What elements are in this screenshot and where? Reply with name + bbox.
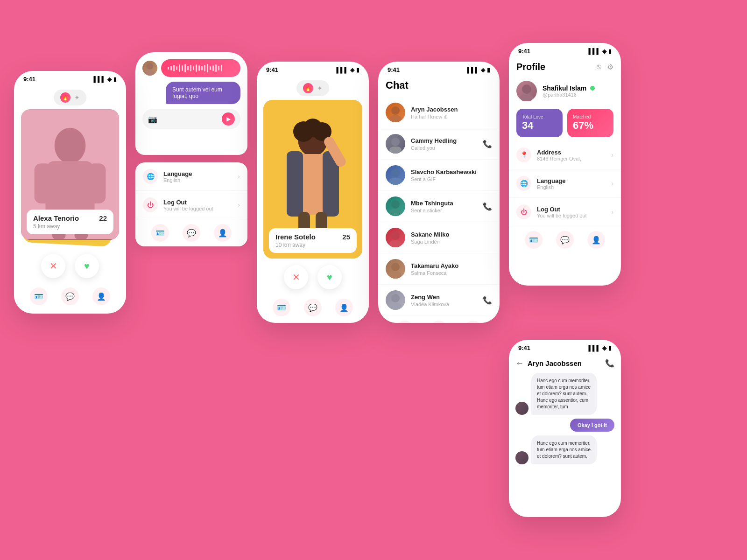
mode-toggle-3[interactable]: 🔥 ✦ (296, 80, 329, 96)
svg-point-22 (391, 138, 400, 146)
call-icon-cammy: 📞 (483, 140, 492, 148)
bottom-nav-settings: 🪪 💬 👤 (135, 219, 247, 246)
bottom-nav-4: 🪪 💬 👤 (378, 316, 500, 323)
chat-item-cammy[interactable]: Cammy Hedling Called you 📞 (378, 128, 500, 160)
svg-rect-27 (389, 209, 402, 216)
svg-point-24 (391, 169, 400, 177)
chat-item-takamaru[interactable]: Takamaru Ayako Salma Fonseca (378, 253, 500, 285)
dislike-button-3[interactable]: ✕ (284, 265, 308, 289)
chat-input-row[interactable]: 📷 ▶ (142, 109, 240, 129)
chat-item-mbe[interactable]: Mbe Tshinguta Sent a sticker 📞 (378, 191, 500, 222)
nav-profile-s[interactable]: 👤 (214, 224, 232, 242)
status-bar-5: 9:41 ▌▌▌ ◈ ▮ (509, 43, 621, 57)
battery-icon-5: ▮ (608, 48, 612, 55)
call-button[interactable]: 📞 (605, 359, 614, 368)
signal-icon: ▌▌▌ (93, 76, 106, 83)
svg-rect-33 (389, 303, 402, 310)
profile-handle: @partha31416 (543, 92, 595, 98)
sender-avatar (142, 61, 157, 76)
nav-chat-4[interactable]: 💬 (430, 321, 448, 323)
wifi-icon-6: ◈ (602, 345, 606, 351)
language-sub: English (163, 177, 232, 183)
nav-card-4[interactable]: 🪪 (396, 321, 414, 323)
language-icon: 🌐 (143, 169, 158, 184)
action-buttons-3: ✕ ♥ (257, 265, 369, 289)
svg-point-26 (391, 200, 400, 209)
nav-chat-5[interactable]: 💬 (556, 231, 574, 249)
stat-total-love: Total Love 34 (516, 109, 563, 137)
signal-icon-4: ▌▌▌ (467, 67, 479, 73)
card-front[interactable]: 22 Alexa Tenorio 5 km away (21, 109, 119, 240)
call-icon-mbe: 📞 (483, 202, 492, 211)
chat-header: ← Aryn Jacobssen 📞 (509, 354, 621, 373)
fire-icon-3: 🔥 (303, 83, 313, 93)
status-bar-3: 9:41 ▌▌▌ ◈ ▮ (257, 62, 369, 76)
chat-item-slavcho[interactable]: Slavcho Karbashewski Sent a GIF (378, 160, 500, 191)
chat-item-sakane[interactable]: Sakane Miiko Saga Lindén (378, 222, 500, 253)
phone-chat-partial: Sunt autem vel eum fugiat, quo 📷 ▶ (135, 52, 247, 155)
msg-row-received-1: Hanc ego cum memoriter, tum etiam erga n… (509, 373, 621, 415)
action-buttons: ✕ ♥ (14, 254, 126, 278)
card-info: 22 Alexa Tenorio 5 km away (27, 210, 113, 234)
profile-action-icons: ⎋ ⚙ (597, 63, 613, 71)
back-button[interactable]: ← (515, 358, 524, 368)
dislike-button[interactable]: ✕ (41, 254, 65, 278)
share-icon[interactable]: ⎋ (597, 63, 601, 71)
msg-row-sent-ok: Okay I got it (509, 419, 621, 432)
like-button-3[interactable]: ♥ (317, 265, 342, 289)
nav-profile-5[interactable]: 👤 (587, 231, 605, 249)
card-age: 22 (99, 214, 107, 222)
svg-rect-25 (389, 178, 402, 185)
send-button[interactable]: ▶ (222, 112, 235, 126)
profile-item-address[interactable]: 📍 Address 8146 Reinger Oval, › (509, 141, 621, 169)
chat-info-mbe: Mbe Tshinguta Sent a sticker (411, 200, 477, 213)
chat-info-zeng: Zeng Wen Vladéa Klimková (411, 294, 477, 307)
battery-icon-4: ▮ (487, 67, 490, 73)
profile-item-logout[interactable]: ⏻ Log Out You will be logged out › (509, 198, 621, 226)
nav-card-3[interactable]: 🪪 (273, 299, 290, 316)
nav-card-5[interactable]: 🪪 (525, 231, 543, 249)
star-icon: ✦ (74, 94, 80, 101)
chat-info-takamaru: Takamaru Ayako Salma Fonseca (411, 262, 492, 276)
chat-item-zeng[interactable]: Zeng Wen Vladéa Klimková 📞 (378, 285, 500, 316)
bottom-nav-1: 🪪 💬 👤 (14, 283, 126, 310)
svg-rect-21 (389, 115, 402, 122)
chat-item-aryn[interactable]: Aryn Jacobssen Ha ha! I knew it! (378, 97, 500, 128)
arrow-address: › (611, 151, 613, 159)
nav-profile-3[interactable]: 👤 (335, 299, 353, 316)
mode-toggle[interactable]: 🔥 ✦ (54, 90, 86, 105)
msg-row-received-2: Hanc ego cum memoriter, tum etiam erga n… (509, 435, 621, 464)
nav-profile-1[interactable]: 👤 (92, 287, 110, 305)
battery-icon-3: ▮ (356, 67, 359, 73)
time-3: 9:41 (266, 66, 278, 73)
svg-rect-15 (287, 151, 303, 217)
status-bar-4: 9:41 ▌▌▌ ◈ ▮ (378, 62, 500, 76)
like-button[interactable]: ♥ (75, 254, 99, 278)
nav-card-s[interactable]: 🪪 (151, 224, 169, 242)
status-bar-6: 9:41 ▌▌▌ ◈ ▮ (509, 340, 621, 354)
svg-point-1 (55, 128, 86, 163)
battery-icon-6: ▮ (608, 345, 612, 351)
nav-profile-4[interactable]: 👤 (464, 321, 482, 323)
time-6: 9:41 (518, 344, 530, 351)
stat-matched: Matched 67% (567, 109, 613, 137)
card-name-3: Irene Sotelo (275, 233, 350, 241)
nav-chat-s[interactable]: 💬 (183, 224, 200, 242)
stats-row: Total Love 34 Matched 67% (509, 105, 621, 141)
svg-rect-8 (145, 70, 155, 76)
nav-chat-3[interactable]: 💬 (304, 299, 322, 316)
profile-user-info: Shafikul Islam @partha31416 (543, 84, 595, 98)
avatar-mbe (386, 196, 405, 216)
profile-item-language[interactable]: 🌐 Language English › (509, 169, 621, 198)
settings-icon[interactable]: ⚙ (607, 63, 613, 71)
svg-rect-31 (389, 272, 402, 279)
audio-message[interactable] (161, 59, 240, 77)
settings-item-logout[interactable]: ⏻ Log Out You will be logged out › (135, 191, 247, 219)
status-icons-5: ▌▌▌ ◈ ▮ (588, 48, 612, 55)
phone-chat-conversation: 9:41 ▌▌▌ ◈ ▮ ← Aryn Jacobssen 📞 Hanc ego… (509, 340, 621, 517)
settings-item-language[interactable]: 🌐 Language English › (135, 162, 247, 191)
nav-card-1[interactable]: 🪪 (30, 287, 48, 305)
nav-chat-1[interactable]: 💬 (61, 287, 79, 305)
settings-text-logout: Log Out You will be logged out (163, 199, 232, 211)
contact-avatar-small (515, 402, 529, 415)
